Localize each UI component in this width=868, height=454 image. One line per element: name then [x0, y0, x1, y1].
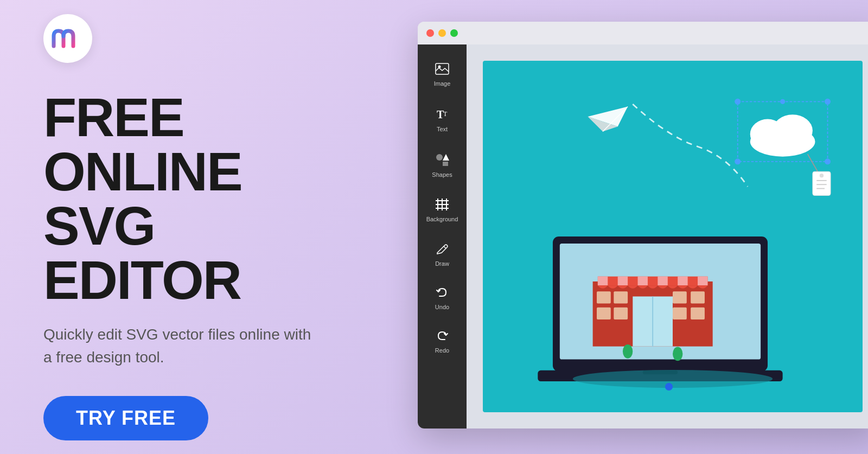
canvas-content — [483, 61, 863, 412]
svg-rect-49 — [678, 277, 687, 286]
svg-rect-34 — [597, 291, 611, 303]
tool-text[interactable]: T T Text — [420, 100, 464, 140]
svg-rect-45 — [598, 277, 608, 286]
svg-point-17 — [735, 99, 741, 105]
svg-marker-5 — [443, 154, 449, 161]
window-dot-green[interactable] — [450, 29, 458, 37]
svg-point-27 — [820, 174, 824, 177]
left-content: FREE ONLINE SVG EDITOR Quickly edit SVG … — [0, 0, 380, 454]
text-label: Text — [437, 126, 448, 132]
window-titlebar — [418, 22, 868, 44]
svg-point-52 — [673, 347, 682, 361]
toolbar: Image T T Text — [418, 44, 467, 429]
tool-redo[interactable]: Redo — [420, 323, 464, 361]
logo-area — [43, 14, 336, 63]
tool-draw[interactable]: Draw — [420, 235, 464, 274]
text-icon: T T — [436, 107, 449, 123]
tool-background[interactable]: Background — [420, 191, 464, 230]
tool-undo[interactable]: Undo — [420, 280, 464, 318]
editor-body: Image T T Text — [418, 44, 868, 429]
tool-image[interactable]: Image — [420, 55, 464, 94]
right-content: Image T T Text — [380, 0, 868, 454]
headline-line1: FREE ONLINE — [43, 90, 336, 199]
svg-rect-6 — [443, 162, 448, 166]
window-dot-yellow[interactable] — [438, 29, 446, 37]
svg-rect-50 — [698, 277, 707, 286]
svg-rect-39 — [673, 308, 687, 319]
canvas-area — [467, 44, 868, 429]
undo-icon — [436, 287, 448, 300]
svg-text:T: T — [443, 110, 448, 118]
svg-point-21 — [780, 99, 785, 104]
image-label: Image — [434, 80, 451, 87]
svg-point-4 — [436, 154, 443, 161]
svg-rect-36 — [614, 291, 628, 303]
svg-rect-46 — [618, 277, 628, 286]
logo-circle — [43, 14, 92, 63]
draw-label: Draw — [435, 260, 449, 267]
svg-rect-37 — [614, 308, 628, 319]
svg-point-19 — [735, 158, 741, 164]
shapes-label: Shapes — [432, 171, 452, 178]
headline-line2: SVG EDITOR — [43, 199, 336, 307]
undo-label: Undo — [435, 304, 449, 310]
svg-rect-40 — [691, 291, 705, 303]
page-wrapper: FREE ONLINE SVG EDITOR Quickly edit SVG … — [0, 0, 868, 454]
svg-rect-41 — [691, 308, 705, 319]
background-icon — [436, 199, 449, 213]
headline: FREE ONLINE SVG EDITOR — [43, 90, 336, 307]
editor-window: Image T T Text — [418, 22, 868, 429]
svg-rect-48 — [658, 277, 667, 286]
logo-svg — [52, 28, 84, 49]
redo-icon — [436, 331, 448, 344]
svg-line-25 — [808, 154, 818, 171]
svg-rect-38 — [673, 291, 687, 303]
subtitle: Quickly edit SVG vector files online wit… — [43, 323, 315, 369]
background-label: Background — [426, 216, 458, 222]
window-dot-red[interactable] — [426, 29, 434, 37]
svg-point-56 — [573, 370, 773, 388]
svg-point-20 — [825, 158, 831, 164]
illustration-svg — [483, 61, 863, 412]
redo-label: Redo — [435, 347, 449, 354]
draw-icon — [436, 243, 448, 257]
image-icon — [435, 63, 449, 77]
svg-rect-47 — [638, 277, 648, 286]
tool-shapes[interactable]: Shapes — [420, 145, 464, 186]
svg-point-24 — [773, 114, 813, 146]
svg-rect-35 — [597, 308, 611, 319]
selection-indicator — [665, 383, 673, 391]
svg-rect-44 — [598, 277, 708, 286]
svg-point-18 — [825, 99, 831, 105]
try-free-button[interactable]: TRY FREE — [43, 396, 208, 440]
shapes-icon — [435, 153, 449, 168]
svg-point-51 — [623, 344, 633, 359]
